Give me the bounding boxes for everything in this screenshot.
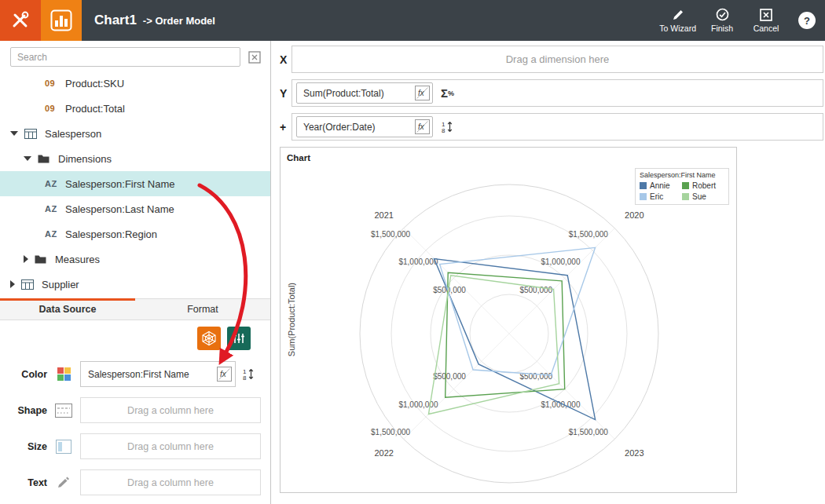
model-name: -> Order Model: [143, 15, 215, 27]
main-area: X Drag a dimension here Y Sum(Product:To…: [271, 41, 825, 504]
finish-button[interactable]: Finish: [702, 5, 742, 36]
binding-panel: Color Salesperson:First Name fx 18: [0, 356, 270, 504]
tree-item-supplier[interactable]: Supplier: [0, 272, 270, 297]
value-axis-label: Sum(Product:Total): [287, 283, 296, 356]
legend-swatch: [640, 182, 647, 189]
svg-text:fx: fx: [418, 89, 425, 97]
shape-binding-row: Shape Drag a column here: [0, 396, 270, 424]
svg-text:8: 8: [243, 374, 247, 381]
formula-icon[interactable]: fx: [415, 86, 430, 100]
help-button[interactable]: ?: [798, 12, 816, 29]
svg-text:fx: fx: [418, 122, 425, 131]
tree-item-product-total[interactable]: 09 Product:Total: [0, 96, 270, 121]
color-binding-input[interactable]: Salesperson:First Name fx: [80, 361, 236, 387]
close-search-icon[interactable]: [248, 50, 262, 64]
sidebar: 09 Product:SKU 09 Product:Total Salesper…: [0, 41, 271, 504]
svg-text:2021: 2021: [374, 210, 393, 220]
svg-text:$1,500,000: $1,500,000: [569, 230, 608, 239]
content: 09 Product:SKU 09 Product:Total Salesper…: [0, 41, 825, 504]
shape-binding-dropzone[interactable]: Drag a column here: [80, 397, 261, 423]
number-column-icon: 09: [45, 104, 55, 113]
question-mark-icon: ?: [804, 15, 810, 27]
field-layout-button[interactable]: [227, 327, 251, 350]
table-icon: [24, 129, 42, 139]
breadcrumb: Chart1 -> Order Model: [94, 13, 215, 28]
tree-item-salesperson[interactable]: Salesperson: [0, 121, 270, 146]
y-field-chip[interactable]: Sum(Product:Total) fx: [296, 82, 433, 104]
legend-item: Eric: [640, 192, 682, 201]
formula-icon[interactable]: fx: [217, 367, 232, 382]
text-binding-dropzone[interactable]: Drag a column here: [80, 469, 261, 495]
topbar-actions: To Wizard Finish Cancel ?: [658, 5, 825, 36]
binding-toolbar: [0, 320, 270, 356]
y-axis-dropzone[interactable]: Sum(Product:Total) fx Σ%: [292, 79, 823, 107]
svg-text:$1,500,000: $1,500,000: [371, 428, 410, 436]
web-chart-type-button[interactable]: [197, 327, 221, 350]
number-column-icon: 09: [45, 79, 55, 88]
legend-item: Annie: [640, 181, 682, 190]
sliders-icon: [232, 331, 246, 345]
field-tree: 09 Product:SKU 09 Product:Total Salesper…: [0, 71, 270, 297]
sigma-percent-icon[interactable]: Σ%: [441, 86, 454, 100]
sort-icon[interactable]: 18: [242, 367, 255, 381]
extra-dimension-row: + Year(Order:Date) fx 18: [280, 113, 823, 141]
close-square-icon: [760, 9, 772, 21]
svg-text:2023: 2023: [625, 448, 644, 458]
tree-item-product-sku[interactable]: 09 Product:SKU: [0, 71, 270, 96]
chart-legend: Salesperson:First Name Annie Robert Eric…: [635, 168, 729, 205]
color-binding-row: Color Salesperson:First Name fx 18: [0, 360, 270, 388]
chevron-right-icon[interactable]: [10, 280, 15, 288]
pencil-icon: [47, 477, 80, 489]
bar-chart-icon: [50, 9, 73, 32]
folder-icon: [38, 154, 55, 163]
to-wizard-button[interactable]: To Wizard: [658, 5, 698, 36]
svg-text:$1,000,000: $1,000,000: [541, 257, 580, 266]
legend-swatch: [640, 193, 647, 200]
sidebar-tabs: Data Source Format: [0, 298, 270, 320]
folder-icon: [35, 254, 52, 264]
text-binding-row: Text Drag a column here: [0, 469, 270, 496]
tree-item-measures[interactable]: Measures: [0, 247, 270, 272]
extra-dimension-dropzone[interactable]: Year(Order:Date) fx 18: [292, 113, 823, 141]
radar-web-icon: [201, 331, 217, 346]
shape-icon: [47, 404, 80, 418]
svg-text:fx: fx: [220, 370, 227, 378]
cancel-button[interactable]: Cancel: [746, 5, 786, 36]
legend-swatch: [682, 193, 689, 200]
tree-item-salesperson-last-name[interactable]: AZ Salesperson:Last Name: [0, 196, 270, 221]
x-axis-dropzone[interactable]: Drag a dimension here: [292, 46, 823, 73]
legend-item: Sue: [682, 192, 724, 201]
legend-title: Salesperson:First Name: [640, 171, 724, 179]
search-input[interactable]: [10, 47, 240, 67]
size-icon: [47, 440, 80, 454]
tools-icon: [9, 9, 31, 31]
topbar: Chart1 -> Order Model To Wizard Finish: [0, 0, 825, 41]
tab-format[interactable]: Format: [135, 299, 270, 320]
tree-item-salesperson-first-name[interactable]: AZ Salesperson:First Name: [0, 171, 270, 196]
tab-data-source[interactable]: Data Source: [0, 299, 135, 320]
formula-icon[interactable]: fx: [415, 119, 430, 134]
svg-text:$500,000: $500,000: [433, 286, 466, 294]
svg-text:$1,000,000: $1,000,000: [541, 400, 580, 409]
tree-item-salesperson-region[interactable]: AZ Salesperson:Region: [0, 221, 270, 247]
plus-label: +: [280, 121, 292, 133]
legend-swatch: [682, 182, 689, 189]
pencil-icon: [672, 9, 684, 21]
chevron-down-icon[interactable]: [24, 156, 31, 161]
app-logo[interactable]: [0, 0, 41, 41]
chart-designer: Chart1 -> Order Model To Wizard Finish: [0, 0, 825, 504]
size-binding-dropzone[interactable]: Drag a column here: [80, 433, 261, 459]
chevron-right-icon[interactable]: [24, 255, 28, 263]
sort-icon[interactable]: 18: [441, 120, 454, 133]
page-title: Chart1: [94, 13, 137, 28]
chart-tab-tile[interactable]: [41, 0, 82, 41]
svg-text:$1,000,000: $1,000,000: [398, 400, 438, 409]
table-icon: [21, 279, 38, 290]
chevron-down-icon[interactable]: [10, 131, 18, 136]
tree-item-dimensions[interactable]: Dimensions: [0, 146, 270, 171]
svg-text:2020: 2020: [625, 210, 644, 220]
legend-item: Robert: [682, 181, 724, 190]
color-palette-icon: [47, 367, 80, 381]
text-column-icon: AZ: [45, 179, 57, 188]
extra-field-chip[interactable]: Year(Order:Date) fx: [296, 116, 433, 137]
